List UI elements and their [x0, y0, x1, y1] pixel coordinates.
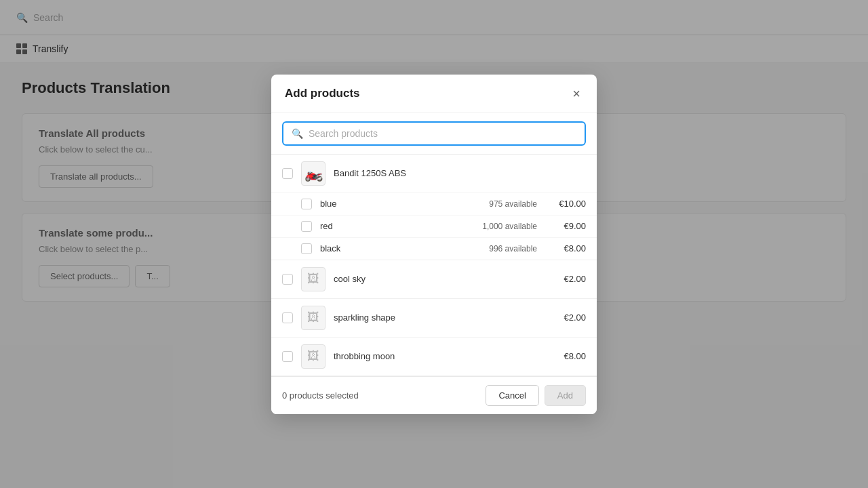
product-price-sparkling-shape: €2.00 — [545, 312, 586, 323]
product-checkbox-sparkling-shape[interactable] — [282, 312, 293, 323]
add-products-modal: Add products × 🔍 🏍️ Bandit 1250S ABS — [271, 75, 597, 414]
product-checkbox-bandit[interactable] — [282, 168, 293, 179]
product-thumb-sparkling-shape: 🖼 — [301, 306, 326, 330]
product-price-cool-sky: €2.00 — [545, 274, 586, 284]
product-price-red: €9.00 — [545, 221, 586, 231]
cancel-button[interactable]: Cancel — [486, 385, 538, 406]
motorcycle-icon: 🏍️ — [304, 165, 323, 182]
product-name-blue: blue — [320, 199, 468, 209]
product-name-sparkling-shape: sparkling shape — [334, 312, 537, 323]
search-input[interactable] — [309, 128, 576, 139]
modal-search-area: 🔍 — [271, 113, 597, 155]
search-input-wrapper: 🔍 — [282, 121, 586, 146]
product-checkbox-black[interactable] — [301, 243, 312, 254]
product-parent-row-sparkling-shape: 🖼 sparkling shape €2.00 — [271, 299, 597, 337]
product-group-throbbing-moon: 🖼 throbbing moon €8.00 — [271, 338, 597, 376]
product-name-bandit: Bandit 1250S ABS — [334, 168, 586, 178]
modal-footer: 0 products selected Cancel Add — [271, 376, 597, 414]
footer-actions: Cancel Add — [486, 385, 586, 406]
product-variant-row-blue: blue 975 available €10.00 — [271, 192, 597, 215]
product-name-cool-sky: cool sky — [334, 274, 537, 284]
modal-close-button[interactable]: × — [570, 85, 583, 102]
product-name-throbbing-moon: throbbing moon — [334, 351, 537, 361]
product-name-black: black — [320, 243, 468, 253]
product-availability-black: 996 available — [476, 244, 537, 253]
product-price-blue: €10.00 — [545, 199, 586, 209]
product-parent-row-bandit: 🏍️ Bandit 1250S ABS — [271, 155, 597, 192]
add-button[interactable]: Add — [545, 385, 586, 406]
product-checkbox-cool-sky[interactable] — [282, 274, 293, 285]
image-placeholder-icon-3: 🖼 — [307, 349, 319, 363]
image-placeholder-icon: 🖼 — [307, 272, 319, 286]
product-checkbox-blue[interactable] — [301, 199, 312, 209]
product-variant-row-black: black 996 available €8.00 — [271, 237, 597, 260]
image-placeholder-icon-2: 🖼 — [307, 310, 319, 325]
modal-overlay: Add products × 🔍 🏍️ Bandit 1250S ABS — [0, 0, 868, 488]
product-checkbox-throbbing-moon[interactable] — [282, 351, 293, 362]
product-availability-red: 1,000 available — [476, 222, 537, 231]
product-list: 🏍️ Bandit 1250S ABS blue 975 available €… — [271, 155, 597, 376]
product-thumb-cool-sky: 🖼 — [301, 267, 326, 291]
product-thumb-bandit: 🏍️ — [301, 161, 326, 186]
modal-header: Add products × — [271, 75, 597, 113]
product-group-sparkling-shape: 🖼 sparkling shape €2.00 — [271, 299, 597, 338]
product-checkbox-red[interactable] — [301, 221, 312, 232]
product-availability-blue: 975 available — [476, 199, 537, 209]
modal-title: Add products — [285, 87, 360, 100]
product-thumb-throbbing-moon: 🖼 — [301, 344, 326, 369]
product-group-bandit: 🏍️ Bandit 1250S ABS blue 975 available €… — [271, 155, 597, 260]
search-icon: 🔍 — [292, 128, 303, 139]
product-parent-row-cool-sky: 🖼 cool sky €2.00 — [271, 260, 597, 298]
product-group-cool-sky: 🖼 cool sky €2.00 — [271, 260, 597, 299]
product-variant-row-red: red 1,000 available €9.00 — [271, 215, 597, 237]
products-selected-count: 0 products selected — [282, 390, 359, 401]
product-price-throbbing-moon: €8.00 — [545, 351, 586, 361]
product-parent-row-throbbing-moon: 🖼 throbbing moon €8.00 — [271, 338, 597, 375]
product-name-red: red — [320, 221, 468, 231]
product-price-black: €8.00 — [545, 243, 586, 253]
